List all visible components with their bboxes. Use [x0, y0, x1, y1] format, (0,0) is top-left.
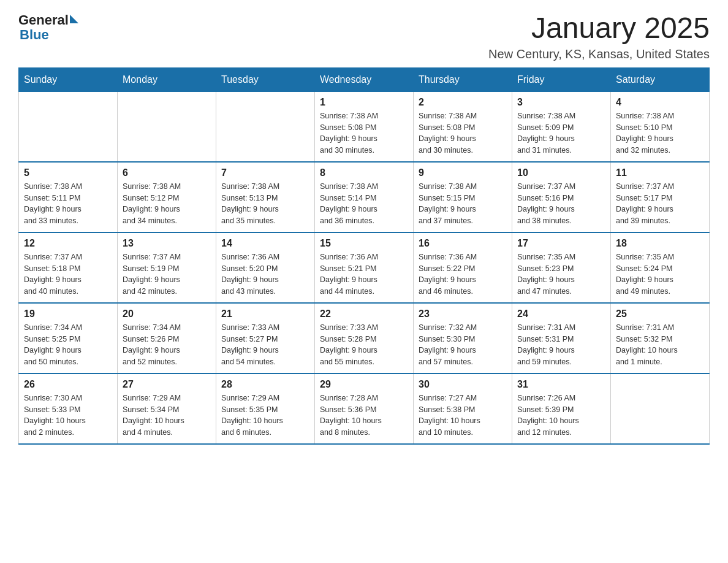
- day-info: Sunrise: 7:34 AM Sunset: 5:26 PM Dayligh…: [123, 322, 211, 368]
- day-info: Sunrise: 7:31 AM Sunset: 5:32 PM Dayligh…: [616, 322, 704, 368]
- calendar-day-23: 23Sunrise: 7:32 AM Sunset: 5:30 PM Dayli…: [414, 303, 512, 373]
- day-number: 29: [320, 379, 408, 390]
- calendar-day-29: 29Sunrise: 7:28 AM Sunset: 5:36 PM Dayli…: [315, 373, 414, 444]
- day-number: 24: [517, 308, 605, 320]
- calendar-day-28: 28Sunrise: 7:29 AM Sunset: 5:35 PM Dayli…: [216, 373, 315, 444]
- calendar-day-9: 9Sunrise: 7:38 AM Sunset: 5:15 PM Daylig…: [414, 162, 512, 232]
- calendar-day-26: 26Sunrise: 7:30 AM Sunset: 5:33 PM Dayli…: [19, 373, 118, 444]
- calendar-header-thursday: Thursday: [414, 67, 512, 91]
- day-info: Sunrise: 7:38 AM Sunset: 5:08 PM Dayligh…: [320, 110, 408, 156]
- calendar-week-row: 26Sunrise: 7:30 AM Sunset: 5:33 PM Dayli…: [19, 373, 710, 444]
- day-info: Sunrise: 7:38 AM Sunset: 5:13 PM Dayligh…: [221, 181, 309, 227]
- calendar-day-5: 5Sunrise: 7:38 AM Sunset: 5:11 PM Daylig…: [19, 162, 118, 232]
- day-number: 9: [419, 167, 507, 178]
- logo-blue-text: Blue: [20, 28, 49, 42]
- calendar-day-8: 8Sunrise: 7:38 AM Sunset: 5:14 PM Daylig…: [315, 162, 414, 232]
- day-number: 13: [123, 238, 211, 249]
- day-number: 2: [419, 97, 507, 108]
- month-title: January 2025: [488, 12, 710, 45]
- day-number: 14: [221, 238, 309, 249]
- calendar-day-10: 10Sunrise: 7:37 AM Sunset: 5:16 PM Dayli…: [512, 162, 611, 232]
- logo: General Blue: [18, 12, 78, 42]
- calendar-day-12: 12Sunrise: 7:37 AM Sunset: 5:18 PM Dayli…: [19, 232, 118, 303]
- day-number: 28: [221, 379, 309, 390]
- calendar-day-3: 3Sunrise: 7:38 AM Sunset: 5:09 PM Daylig…: [512, 91, 611, 162]
- day-number: 3: [517, 97, 605, 108]
- calendar-day-13: 13Sunrise: 7:37 AM Sunset: 5:19 PM Dayli…: [118, 232, 216, 303]
- day-number: 5: [24, 167, 112, 178]
- day-number: 8: [320, 167, 408, 178]
- calendar-day-25: 25Sunrise: 7:31 AM Sunset: 5:32 PM Dayli…: [611, 303, 710, 373]
- day-info: Sunrise: 7:34 AM Sunset: 5:25 PM Dayligh…: [24, 322, 112, 368]
- calendar-empty-cell: [216, 91, 315, 162]
- day-info: Sunrise: 7:29 AM Sunset: 5:34 PM Dayligh…: [123, 393, 211, 439]
- day-number: 25: [616, 308, 704, 320]
- day-number: 30: [419, 379, 507, 390]
- day-info: Sunrise: 7:37 AM Sunset: 5:18 PM Dayligh…: [24, 251, 112, 297]
- day-info: Sunrise: 7:38 AM Sunset: 5:08 PM Dayligh…: [419, 110, 507, 156]
- calendar-header-friday: Friday: [512, 67, 611, 91]
- day-number: 10: [517, 167, 605, 178]
- calendar-day-7: 7Sunrise: 7:38 AM Sunset: 5:13 PM Daylig…: [216, 162, 315, 232]
- calendar-day-17: 17Sunrise: 7:35 AM Sunset: 5:23 PM Dayli…: [512, 232, 611, 303]
- day-info: Sunrise: 7:29 AM Sunset: 5:35 PM Dayligh…: [221, 393, 309, 439]
- day-number: 31: [517, 379, 605, 390]
- day-info: Sunrise: 7:35 AM Sunset: 5:24 PM Dayligh…: [616, 251, 704, 297]
- day-number: 4: [616, 97, 704, 108]
- day-info: Sunrise: 7:28 AM Sunset: 5:36 PM Dayligh…: [320, 393, 408, 439]
- calendar-day-24: 24Sunrise: 7:31 AM Sunset: 5:31 PM Dayli…: [512, 303, 611, 373]
- calendar-day-30: 30Sunrise: 7:27 AM Sunset: 5:38 PM Dayli…: [414, 373, 512, 444]
- calendar-header-monday: Monday: [118, 67, 216, 91]
- day-number: 7: [221, 167, 309, 178]
- day-info: Sunrise: 7:33 AM Sunset: 5:28 PM Dayligh…: [320, 322, 408, 368]
- logo-general-text: General: [18, 12, 69, 28]
- calendar-header-tuesday: Tuesday: [216, 67, 315, 91]
- day-info: Sunrise: 7:38 AM Sunset: 5:15 PM Dayligh…: [419, 181, 507, 227]
- day-info: Sunrise: 7:32 AM Sunset: 5:30 PM Dayligh…: [419, 322, 507, 368]
- calendar-day-31: 31Sunrise: 7:26 AM Sunset: 5:39 PM Dayli…: [512, 373, 611, 444]
- calendar-day-22: 22Sunrise: 7:33 AM Sunset: 5:28 PM Dayli…: [315, 303, 414, 373]
- day-info: Sunrise: 7:37 AM Sunset: 5:17 PM Dayligh…: [616, 181, 704, 227]
- day-number: 21: [221, 308, 309, 320]
- calendar-day-20: 20Sunrise: 7:34 AM Sunset: 5:26 PM Dayli…: [118, 303, 216, 373]
- calendar-day-19: 19Sunrise: 7:34 AM Sunset: 5:25 PM Dayli…: [19, 303, 118, 373]
- calendar-header-sunday: Sunday: [19, 67, 118, 91]
- day-number: 26: [24, 379, 112, 390]
- day-info: Sunrise: 7:26 AM Sunset: 5:39 PM Dayligh…: [517, 393, 605, 439]
- calendar-header-row: SundayMondayTuesdayWednesdayThursdayFrid…: [19, 67, 710, 91]
- calendar-day-6: 6Sunrise: 7:38 AM Sunset: 5:12 PM Daylig…: [118, 162, 216, 232]
- day-number: 15: [320, 238, 408, 249]
- calendar-day-16: 16Sunrise: 7:36 AM Sunset: 5:22 PM Dayli…: [414, 232, 512, 303]
- calendar-week-row: 19Sunrise: 7:34 AM Sunset: 5:25 PM Dayli…: [19, 303, 710, 373]
- calendar-header-wednesday: Wednesday: [315, 67, 414, 91]
- title-section: January 2025 New Century, KS, Kansas, Un…: [488, 12, 710, 61]
- calendar-week-row: 12Sunrise: 7:37 AM Sunset: 5:18 PM Dayli…: [19, 232, 710, 303]
- day-info: Sunrise: 7:36 AM Sunset: 5:21 PM Dayligh…: [320, 251, 408, 297]
- day-number: 1: [320, 97, 408, 108]
- calendar-day-18: 18Sunrise: 7:35 AM Sunset: 5:24 PM Dayli…: [611, 232, 710, 303]
- location-subtitle: New Century, KS, Kansas, United States: [488, 47, 710, 61]
- logo-triangle-icon: [70, 15, 78, 23]
- day-number: 18: [616, 238, 704, 249]
- day-info: Sunrise: 7:35 AM Sunset: 5:23 PM Dayligh…: [517, 251, 605, 297]
- calendar-empty-cell: [118, 91, 216, 162]
- calendar-empty-cell: [611, 373, 710, 444]
- calendar-day-1: 1Sunrise: 7:38 AM Sunset: 5:08 PM Daylig…: [315, 91, 414, 162]
- day-info: Sunrise: 7:38 AM Sunset: 5:10 PM Dayligh…: [616, 110, 704, 156]
- day-number: 22: [320, 308, 408, 320]
- day-number: 23: [419, 308, 507, 320]
- calendar-day-11: 11Sunrise: 7:37 AM Sunset: 5:17 PM Dayli…: [611, 162, 710, 232]
- day-number: 27: [123, 379, 211, 390]
- day-info: Sunrise: 7:38 AM Sunset: 5:12 PM Dayligh…: [123, 181, 211, 227]
- page-header: General Blue January 2025 New Century, K…: [18, 12, 710, 61]
- calendar-day-14: 14Sunrise: 7:36 AM Sunset: 5:20 PM Dayli…: [216, 232, 315, 303]
- calendar-week-row: 5Sunrise: 7:38 AM Sunset: 5:11 PM Daylig…: [19, 162, 710, 232]
- day-number: 6: [123, 167, 211, 178]
- day-number: 17: [517, 238, 605, 249]
- day-number: 16: [419, 238, 507, 249]
- calendar-week-row: 1Sunrise: 7:38 AM Sunset: 5:08 PM Daylig…: [19, 91, 710, 162]
- day-info: Sunrise: 7:37 AM Sunset: 5:19 PM Dayligh…: [123, 251, 211, 297]
- day-number: 19: [24, 308, 112, 320]
- day-info: Sunrise: 7:30 AM Sunset: 5:33 PM Dayligh…: [24, 393, 112, 439]
- day-info: Sunrise: 7:31 AM Sunset: 5:31 PM Dayligh…: [517, 322, 605, 368]
